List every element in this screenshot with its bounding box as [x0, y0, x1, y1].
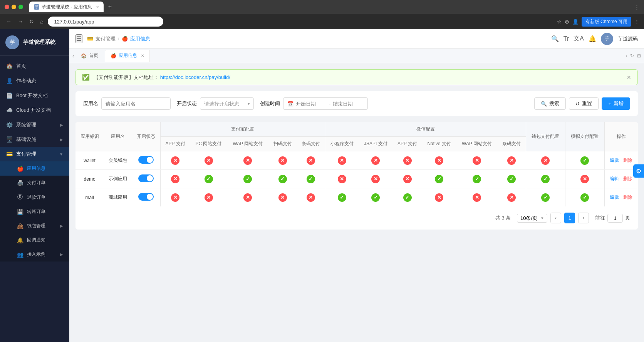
extensions-icon[interactable]: ⊕	[565, 18, 569, 25]
toggle-status-0[interactable]	[138, 156, 154, 164]
sidebar-item-label-access-demo: 接入示例	[27, 251, 56, 258]
browser-menu-btn[interactable]: ⋮	[634, 4, 639, 10]
toggle-status-1[interactable]	[138, 174, 154, 182]
lang-icon[interactable]: 文A	[574, 35, 584, 43]
date-range-picker[interactable]: 📅 -	[283, 97, 368, 110]
sidebar-item-label-wallet-mgmt: 钱包管理	[27, 223, 56, 229]
status-no-icon: ✕	[580, 175, 589, 183]
tab-title: 芋道管理系统 - 应用信息	[42, 4, 92, 10]
notification-icon[interactable]: 🔔	[589, 35, 596, 42]
sidebar-item-boot[interactable]: 📄 Boot 开发文档	[0, 88, 69, 103]
sidebar-item-home[interactable]: 🏠 首页	[0, 59, 69, 74]
system-icon: ⚙️	[6, 122, 12, 128]
status-no-icon: ✕	[171, 193, 179, 202]
wechat-jsapi-header: JSAPI 支付	[359, 137, 392, 151]
add-btn[interactable]: + 新增	[602, 97, 630, 110]
tabs-left-arrow[interactable]: ‹	[72, 53, 74, 59]
edit-btn-1[interactable]: 编辑	[610, 176, 619, 181]
sidebar-item-callback[interactable]: 🔔 回调通知	[0, 233, 69, 247]
prev-page-btn[interactable]: ‹	[550, 213, 561, 223]
date-start-input[interactable]	[296, 101, 327, 107]
date-end-input[interactable]	[333, 101, 364, 107]
new-tab-btn[interactable]: +	[108, 3, 112, 10]
cell-status-0[interactable]	[132, 151, 160, 170]
browser-settings-icon[interactable]: ⋮	[634, 19, 639, 25]
table-card: 应用标识 应用名 开启状态 支付宝配置	[75, 122, 638, 230]
tab-app-info-close-btn[interactable]: ✕	[141, 54, 144, 58]
sidebar-item-system[interactable]: ⚙️ 系统管理 ▶	[0, 117, 69, 132]
infra-icon: 🖥️	[6, 136, 12, 142]
sidebar-item-transfer-order[interactable]: 💾 转账订单	[0, 205, 69, 219]
cell-wechat-1-1: ✕	[359, 170, 392, 188]
translate-icon[interactable]: Tr	[564, 35, 569, 42]
chrome-update-btn[interactable]: 有新版 Chrome 可用	[582, 17, 631, 27]
sidebar-item-cloud[interactable]: ☁️ Cloud 开发文档	[0, 103, 69, 117]
bookmark-icon[interactable]: ☆	[557, 19, 562, 25]
reload-btn[interactable]: ↻	[28, 17, 35, 26]
home-btn[interactable]: ⌂	[39, 17, 45, 26]
cell-status-2[interactable]	[132, 188, 160, 207]
tab-layout-btn[interactable]: ⊞	[637, 53, 641, 59]
tab-close-btn[interactable]: ✕	[96, 5, 99, 9]
close-window-btn[interactable]	[5, 5, 9, 9]
page-size-select[interactable]: 10条/页	[517, 214, 547, 223]
address-input[interactable]: 127.0.0.1/pay/app	[48, 17, 163, 27]
delete-btn-1[interactable]: 删除	[623, 176, 632, 181]
edit-btn-0[interactable]: 编辑	[610, 158, 619, 163]
breadcrumb-current-label: 应用信息	[130, 35, 150, 42]
page-jump: 前往 页	[595, 214, 630, 223]
sidebar-item-infra[interactable]: 🖥️ 基础设施 ▶	[0, 132, 69, 147]
breadcrumb-parent-link[interactable]: 支付管理	[96, 35, 116, 42]
sidebar-item-app-info[interactable]: 🍎 应用信息	[0, 161, 69, 176]
forward-btn[interactable]: →	[16, 17, 25, 26]
search-header-icon[interactable]: 🔍	[551, 35, 559, 42]
next-page-btn[interactable]: ›	[578, 213, 589, 223]
sidebar-item-author[interactable]: 👤 作者动态	[0, 74, 69, 88]
delete-btn-0[interactable]: 删除	[623, 158, 632, 163]
browser-window-controls[interactable]	[5, 5, 23, 9]
tab-home[interactable]: 🏠 首页	[75, 50, 104, 62]
sidebar-item-wallet-mgmt[interactable]: 👜 钱包管理 ▶	[0, 219, 69, 233]
fab-settings[interactable]: ⚙	[633, 164, 644, 178]
sidebar-item-access-demo[interactable]: 👥 接入示例 ▶	[0, 247, 69, 262]
col-ops-header: 操作	[604, 122, 638, 151]
sidebar-item-label-pay: 支付管理	[16, 151, 55, 158]
fullscreen-icon[interactable]: ⛶	[540, 35, 547, 42]
maximize-window-btn[interactable]	[18, 5, 23, 9]
page-jump-input[interactable]	[607, 214, 623, 223]
app-name-input[interactable]	[101, 97, 171, 110]
tab-right-arrow[interactable]: ›	[626, 53, 627, 59]
user-avatar[interactable]: 芋	[601, 33, 613, 45]
app-layout: 芋 芋道管理系统 🏠 首页 👤 作者动态 📄 Boot 开发文档 ☁️ Clou…	[0, 29, 644, 342]
edit-btn-2[interactable]: 编辑	[610, 194, 619, 200]
sidebar-menu: 🏠 首页 👤 作者动态 📄 Boot 开发文档 ☁️ Cloud 开发文档 ⚙️…	[0, 56, 69, 342]
cell-mock-0: ✓	[565, 151, 604, 170]
browser-tab-active[interactable]: 芋 芋道管理系统 - 应用信息 ✕	[29, 2, 104, 12]
alert-link[interactable]: https://doc.iocoder.cn/pay/build/	[160, 74, 230, 80]
cell-wechat-2-4: ✕	[456, 188, 498, 207]
cell-name-0: 会员钱包	[104, 151, 132, 170]
cell-alipay-2-2: ✕	[227, 188, 269, 207]
status-select[interactable]: 请选择开启状态	[200, 97, 254, 110]
hamburger-btn[interactable]: ☰	[75, 34, 82, 43]
status-no-icon: ✕	[243, 193, 252, 202]
tab-app-info[interactable]: 🍎 应用信息 ✕	[105, 50, 150, 62]
user-name[interactable]: 芋道源码	[618, 35, 638, 42]
delete-btn-2[interactable]: 删除	[623, 194, 632, 200]
profile-icon[interactable]: 👤	[572, 19, 579, 25]
search-btn[interactable]: 🔍 搜索	[534, 97, 566, 110]
page-1-btn[interactable]: 1	[564, 213, 575, 223]
sidebar-item-label-callback: 回调通知	[27, 237, 63, 243]
reset-btn[interactable]: ↺ 重置	[569, 97, 599, 110]
sidebar-item-label-pay-order: 支付订单	[27, 179, 63, 186]
cell-status-1[interactable]	[132, 170, 160, 188]
toggle-status-2[interactable]	[138, 193, 154, 201]
alert-close-btn[interactable]: ✕	[627, 74, 631, 80]
wechat-app-header: APP 支付	[392, 137, 422, 151]
sidebar-item-pay[interactable]: 💳 支付管理 ▼	[0, 147, 69, 161]
back-btn[interactable]: ←	[5, 17, 13, 26]
minimize-window-btn[interactable]	[12, 5, 16, 9]
sidebar-item-refund-order[interactable]: Ⓡ 退款订单	[0, 190, 69, 205]
sidebar-item-pay-order[interactable]: 🖨️ 支付订单	[0, 176, 69, 190]
tab-refresh-btn[interactable]: ↻	[630, 53, 634, 59]
